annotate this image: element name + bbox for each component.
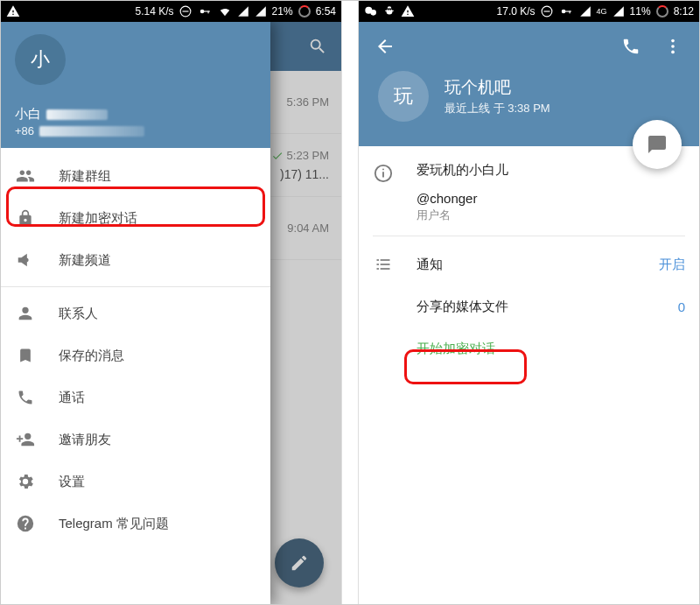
battery-text: 21%: [272, 5, 293, 18]
info-icon: [374, 164, 393, 183]
nav-drawer: 小 小白 +86 新建群组 新建加密对话: [1, 22, 270, 605]
drawer-item-contacts[interactable]: 联系人: [1, 292, 270, 334]
list-icon: [374, 256, 392, 273]
person-add-icon: [16, 430, 35, 449]
clock-text: 6:54: [316, 5, 336, 18]
divider: [1, 286, 270, 287]
drawer-phone-prefix: +86: [15, 124, 34, 137]
redacted-text: [39, 126, 144, 137]
svg-point-12: [671, 39, 675, 43]
drawer-item-calls[interactable]: 通话: [1, 376, 270, 419]
call-button[interactable]: [610, 25, 652, 67]
megaphone-icon: [16, 250, 35, 270]
status-bar: 17.0 K/s 4G 11% 8:12: [359, 1, 699, 22]
drawer-item-faq[interactable]: Telegram 常见问题: [1, 503, 270, 545]
bug-icon: [383, 5, 396, 18]
drawer-header[interactable]: 小 小白 +86: [1, 22, 270, 148]
battery-text: 11%: [630, 5, 651, 18]
group-icon: [16, 166, 35, 186]
drawer-name: 小白: [15, 106, 41, 123]
vpn-key-icon: [197, 5, 213, 18]
network-speed: 5.14 K/s: [136, 5, 174, 18]
drawer-item-invite-friends[interactable]: 邀请朋友: [1, 419, 270, 461]
gear-icon: [16, 472, 35, 491]
help-icon: [16, 514, 35, 533]
vpn-key-icon: [558, 5, 574, 18]
row-shared-media[interactable]: 分享的媒体文件 0: [359, 285, 699, 327]
drawer-item-label: 邀请朋友: [59, 432, 111, 448]
drawer-item-label: 新建频道: [59, 252, 111, 269]
row-value: 开启: [659, 257, 685, 273]
svg-rect-20: [377, 264, 380, 265]
signal-icon: [579, 5, 592, 18]
network-speed: 17.0 K/s: [497, 5, 536, 18]
svg-rect-22: [377, 268, 380, 270]
drawer-item-label: 保存的消息: [59, 348, 124, 364]
drawer-scrim[interactable]: [270, 22, 341, 605]
row-label: 开始加密对话: [416, 341, 495, 357]
drawer-item-saved-messages[interactable]: 保存的消息: [1, 334, 270, 376]
drawer-item-new-channel[interactable]: 新建频道: [1, 239, 270, 281]
signal-icon: [612, 5, 625, 18]
phone-icon: [17, 389, 34, 406]
arrow-back-icon: [374, 36, 396, 57]
more-vert-icon: [663, 37, 682, 56]
row-start-secret-chat[interactable]: 开始加密对话: [359, 327, 699, 369]
phone-screenshot-right: 17.0 K/s 4G 11% 8:12: [358, 1, 699, 605]
avatar: 小: [15, 34, 66, 85]
drawer-item-settings[interactable]: 设置: [1, 461, 270, 503]
status-bar: 5.14 K/s 21% 6:54: [1, 1, 341, 22]
drawer-item-label: 设置: [59, 474, 85, 490]
more-button[interactable]: [652, 25, 694, 67]
row-notifications[interactable]: 通知 开启: [359, 243, 699, 285]
avatar: 玩: [378, 71, 429, 122]
drawer-item-new-group[interactable]: 新建群组: [1, 155, 270, 197]
loading-spinner-icon: [656, 5, 668, 18]
drawer-list: 新建群组 新建加密对话 新建频道 联系人 保存的消息: [1, 148, 270, 552]
drawer-item-label: 新建加密对话: [59, 210, 137, 227]
drawer-item-label: 新建群组: [59, 168, 111, 185]
row-label: 通知: [416, 257, 443, 273]
svg-rect-4: [207, 11, 208, 13]
do-not-disturb-icon: [179, 5, 192, 18]
row-label: 分享的媒体文件: [416, 299, 508, 315]
svg-point-14: [671, 51, 675, 54]
divider: [373, 236, 685, 236]
signal-icon: [237, 5, 249, 18]
back-button[interactable]: [364, 25, 406, 67]
warning-icon: [6, 4, 20, 18]
message-fab[interactable]: [633, 120, 682, 169]
drawer-item-label: 通话: [59, 390, 85, 406]
network-type: 4G: [597, 7, 607, 16]
svg-rect-19: [381, 259, 390, 261]
profile-status: 最近上线 于 3:38 PM: [444, 101, 550, 116]
svg-rect-21: [381, 264, 390, 265]
phone-icon: [621, 37, 640, 56]
wechat-icon: [364, 4, 378, 18]
lock-icon: [17, 209, 34, 227]
info-section: 爱玩机的小白儿 @chonger 用户名: [373, 162, 685, 223]
svg-rect-23: [381, 268, 390, 270]
svg-point-2: [200, 10, 204, 14]
avatar-letter: 玩: [394, 83, 413, 109]
drawer-item-label: 联系人: [59, 306, 98, 322]
svg-point-13: [671, 45, 675, 48]
phone-screenshot-left: 5.14 K/s 21% 6:54 5:36 PM 5:23 PM: [1, 1, 342, 605]
clock-text: 8:12: [674, 5, 694, 18]
profile-username[interactable]: @chonger: [416, 191, 685, 206]
chat-icon: [647, 134, 668, 155]
svg-point-6: [370, 10, 376, 16]
do-not-disturb-icon: [541, 5, 553, 18]
wifi-icon: [218, 5, 232, 18]
redacted-text: [46, 109, 108, 120]
svg-rect-10: [564, 11, 570, 11]
person-icon: [16, 304, 35, 323]
avatar-letter: 小: [31, 46, 50, 73]
drawer-item-new-secret-chat[interactable]: 新建加密对话: [1, 197, 270, 239]
row-value: 0: [678, 299, 685, 314]
loading-spinner-icon: [298, 5, 311, 18]
svg-rect-3: [203, 11, 209, 11]
drawer-item-label: Telegram 常见问题: [59, 516, 169, 532]
profile-name: 玩个机吧: [444, 76, 550, 99]
svg-point-9: [561, 10, 565, 14]
